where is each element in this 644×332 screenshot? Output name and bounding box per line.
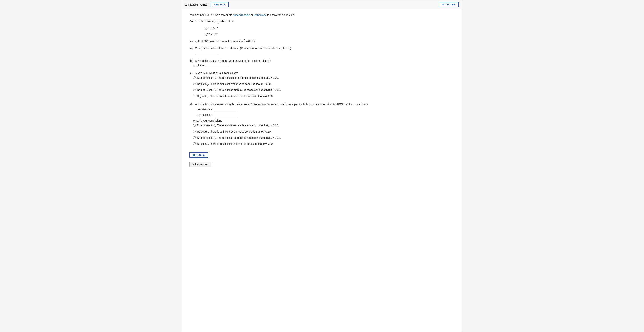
test-stat-geq-input[interactable] [214, 113, 237, 117]
tutorial-button[interactable]: 📺 Tutorial [189, 152, 208, 158]
intro-line1: You may need to use the appropriate appe… [189, 13, 455, 17]
sample-text-before: A sample of 400 provided a sample propor… [189, 40, 243, 43]
part-d-option-2[interactable]: Reject H0. There is sufficient evidence … [193, 130, 455, 134]
header-left: 1. [-/16.66 Points] DETAILS [185, 2, 229, 7]
part-d-radio-1[interactable] [193, 124, 196, 127]
page-header: 1. [-/16.66 Points] DETAILS MY NOTES [182, 0, 462, 9]
part-a-id: (a) [189, 47, 194, 50]
my-notes-button[interactable]: MY NOTES [438, 2, 459, 7]
intro-or: or [251, 13, 253, 16]
part-c: (c) At α = 0.05, what is your conclusion… [189, 71, 455, 98]
tutorial-label: Tutorial [196, 153, 205, 156]
part-b-row: (b) What is the p-value? (Round your ans… [189, 59, 455, 62]
test-stat-geq-label: test statistic ≥ [197, 113, 213, 116]
part-d-id: (d) [189, 103, 194, 106]
pvalue-row: p-value = [193, 63, 455, 67]
test-stat-leq-row: test statistic ≤ [197, 107, 455, 111]
part-c-option-1[interactable]: Do not reject H0. There is sufficient ev… [193, 76, 455, 80]
test-stat-leq-label: test statistic ≤ [197, 108, 213, 111]
ha-text: Ha: p ≠ 0.20 [204, 32, 218, 35]
part-b-input[interactable] [206, 63, 228, 67]
part-c-option-2-text: Reject H0. There is sufficient evidence … [197, 82, 271, 86]
part-b-question: What is the p-value? (Round your answer … [195, 59, 271, 62]
hypothesis-block: H0: p = 0.20 Ha: p ≠ 0.20 [204, 26, 455, 37]
part-c-question: At α = 0.05, what is your conclusion? [195, 71, 238, 74]
submit-button[interactable]: Submit Answer [189, 162, 211, 167]
pvalue-label: p-value = [193, 64, 204, 67]
part-d-option-2-text: Reject H0. There is sufficient evidence … [197, 130, 271, 134]
tutorial-icon: 📺 [192, 153, 195, 156]
part-d-option-4-text: Reject H0. There is insufficient evidenc… [197, 142, 273, 146]
part-d-option-3-text: Do not reject H0. There is insufficient … [197, 136, 281, 140]
part-d-radio-4[interactable] [193, 142, 196, 145]
part-c-option-4[interactable]: Reject H0. There is insufficient evidenc… [193, 94, 455, 98]
part-c-id: (c) [189, 71, 194, 74]
p-bar: p [244, 39, 245, 43]
ha-line: Ha: p ≠ 0.20 [204, 31, 455, 37]
part-a-row: (a) Compute the value of the test statis… [189, 47, 455, 50]
part-c-option-3-text: Do not reject H0. There is insufficient … [197, 88, 281, 92]
sample-value: = 0.175. [246, 40, 256, 43]
part-d: (d) What is the rejection rule using the… [189, 103, 455, 146]
details-button[interactable]: DETAILS [211, 2, 228, 7]
part-c-option-1-text: Do not reject H0. There is sufficient ev… [197, 76, 279, 80]
appendix-table-link[interactable]: appendix table [233, 13, 250, 16]
part-c-radio-1[interactable] [193, 76, 196, 79]
sample-text: A sample of 400 provided a sample propor… [189, 39, 455, 43]
intro-text-before: You may need to use the appropriate [189, 13, 232, 16]
part-c-radio-2[interactable] [193, 83, 196, 85]
part-a: (a) Compute the value of the test statis… [189, 47, 455, 55]
part-d-option-1[interactable]: Do not reject H0. There is sufficient ev… [193, 124, 455, 128]
part-b: (b) What is the p-value? (Round your ans… [189, 59, 455, 67]
part-d-radio-3[interactable] [193, 136, 196, 139]
consider-text: Consider the following hypothesis test. [189, 19, 455, 23]
part-d-conclusion-label: What is your conclusion? [193, 119, 455, 122]
part-c-row: (c) At α = 0.05, what is your conclusion… [189, 71, 455, 74]
submit-area: Submit Answer [189, 162, 455, 167]
part-d-radio-2[interactable] [193, 130, 196, 133]
part-d-option-1-text: Do not reject H0. There is sufficient ev… [197, 124, 279, 128]
part-c-option-4-text: Reject H0. There is insufficient evidenc… [197, 94, 273, 98]
part-c-option-3[interactable]: Do not reject H0. There is insufficient … [193, 88, 455, 92]
part-a-question: Compute the value of the test statistic.… [195, 47, 291, 50]
part-c-radio-3[interactable] [193, 89, 196, 91]
main-content: You may need to use the appropriate appe… [182, 9, 462, 172]
h0-line: H0: p = 0.20 [204, 26, 455, 31]
part-d-option-4[interactable]: Reject H0. There is insufficient evidenc… [193, 142, 455, 146]
part-b-id: (b) [189, 59, 194, 62]
part-c-options: Do not reject H0. There is sufficient ev… [193, 76, 455, 98]
intro-end: to answer this question. [267, 13, 295, 16]
part-a-input[interactable] [196, 51, 218, 55]
part-d-row: (d) What is the rejection rule using the… [189, 103, 455, 106]
technology-link[interactable]: technology [254, 13, 266, 16]
part-d-question: What is the rejection rule using the cri… [195, 103, 368, 106]
part-c-option-2[interactable]: Reject H0. There is sufficient evidence … [193, 82, 455, 86]
part-d-options: Do not reject H0. There is sufficient ev… [193, 124, 455, 146]
points-label: 1. [-/16.66 Points] [185, 3, 208, 6]
test-stat-geq-row: test statistic ≥ [197, 113, 455, 117]
h0-text: H0: p = 0.20 [204, 27, 218, 30]
part-d-option-3[interactable]: Do not reject H0. There is insufficient … [193, 136, 455, 140]
part-c-radio-4[interactable] [193, 95, 196, 97]
test-stat-leq-input[interactable] [214, 107, 237, 111]
